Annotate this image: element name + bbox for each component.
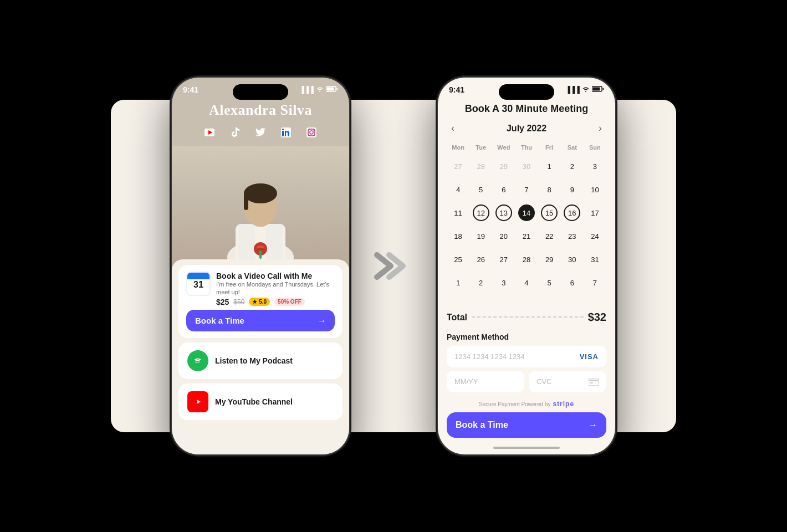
booking-card-main: 31 Book a Video Call with Me I'm free on…: [186, 272, 335, 306]
phone-1-content: 9:41 ▐▐▐ Alexandra Silva: [172, 78, 349, 454]
cal-cell[interactable]: 6: [492, 178, 515, 201]
youtube-social-icon[interactable]: [201, 124, 218, 141]
cal-cell[interactable]: 21: [515, 225, 538, 247]
cal-row-1: 27 28 29 30 1 2 3: [447, 155, 606, 177]
phone-1: 9:41 ▐▐▐ Alexandra Silva: [172, 78, 349, 454]
svg-rect-5: [282, 131, 284, 136]
cal-cell[interactable]: 23: [561, 225, 584, 247]
svg-rect-18: [244, 193, 248, 210]
battery-icon-1: [326, 86, 338, 94]
youtube-card[interactable]: My YouTube Channel: [178, 383, 343, 420]
discount-badge: 50% OFF: [274, 298, 305, 306]
cal-cell[interactable]: 5: [538, 272, 561, 294]
cal-cell[interactable]: 27: [492, 248, 515, 270]
col-thu: Thu: [515, 142, 538, 153]
cal-cell[interactable]: 31: [584, 248, 606, 270]
cal-cell-14-selected[interactable]: 14: [515, 202, 538, 224]
cal-cell-16[interactable]: 16: [561, 202, 584, 224]
cal-cell[interactable]: 9: [561, 178, 584, 201]
cal-cell[interactable]: 29: [538, 248, 561, 270]
svg-rect-20: [259, 250, 262, 259]
social-icons-row: [183, 124, 338, 141]
book-time-arrow-2: →: [589, 420, 597, 430]
cal-cell[interactable]: 26: [469, 248, 492, 270]
svg-point-6: [282, 129, 284, 130]
cal-cell[interactable]: 2: [469, 272, 492, 294]
cal-header-row: Mon Tue Wed Thu Fri Sat Sun: [447, 142, 606, 153]
cal-cell[interactable]: 11: [447, 202, 469, 224]
cal-cell[interactable]: 2: [561, 155, 584, 177]
cal-cell-13[interactable]: 13: [492, 202, 515, 224]
cal-cell[interactable]: 7: [515, 178, 538, 201]
profile-cards: 31 Book a Video Call with Me I'm free on…: [172, 259, 349, 454]
cvc-field[interactable]: CVC: [529, 371, 606, 392]
total-row: Total $32: [438, 305, 615, 328]
svg-rect-14: [266, 224, 283, 263]
cal-cell[interactable]: 20: [492, 225, 515, 247]
cal-cell[interactable]: 5: [469, 178, 492, 201]
cal-cell[interactable]: 27: [447, 155, 469, 177]
next-month-button[interactable]: ›: [594, 121, 606, 135]
cal-cell[interactable]: 24: [584, 225, 606, 247]
cal-cell[interactable]: 10: [584, 178, 606, 201]
card-number-placeholder: 1234 1234 1234 1234: [454, 352, 525, 361]
linkedin-social-icon[interactable]: [278, 124, 294, 141]
cal-cell[interactable]: 30: [561, 248, 584, 270]
gcal-icon: 31: [186, 272, 211, 296]
cal-cell[interactable]: 17: [584, 202, 606, 224]
podcast-card[interactable]: Listen to My Podcast: [178, 342, 343, 379]
cal-cell[interactable]: 18: [447, 225, 469, 247]
calendar-title: Book A 30 Minute Meeting: [447, 103, 606, 115]
twitter-social-icon[interactable]: [252, 124, 269, 141]
cal-cell[interactable]: 6: [561, 272, 584, 294]
youtube-title: My YouTube Channel: [215, 397, 293, 406]
tiktok-social-icon[interactable]: [227, 124, 243, 141]
cal-cell[interactable]: 4: [447, 178, 469, 201]
calendar-month: July 2022: [507, 124, 546, 134]
cal-cell[interactable]: 3: [492, 272, 515, 294]
cal-cell[interactable]: 1: [538, 155, 561, 177]
calendar-grid: Mon Tue Wed Thu Fri Sat Sun 27 28 2: [447, 142, 606, 294]
double-chevron-arrow: [371, 249, 416, 283]
col-fri: Fri: [538, 142, 561, 153]
signal-icon-2: ▐▐▐: [565, 86, 580, 94]
wifi-icon-2: [582, 86, 590, 94]
cal-cell[interactable]: 8: [538, 178, 561, 201]
expiry-field[interactable]: MM/YY: [447, 371, 524, 392]
profile-photo: [172, 146, 349, 268]
home-indicator-2: [493, 447, 560, 449]
book-time-button-1[interactable]: Book a Time →: [186, 310, 335, 331]
prev-month-button[interactable]: ‹: [447, 121, 459, 135]
status-icons-2: ▐▐▐: [565, 86, 604, 94]
svg-point-10: [313, 130, 314, 131]
stripe-row: Secure Payment Powered by stripe: [438, 397, 615, 412]
arrow-container: [371, 249, 416, 283]
card-pricing: $25 $50 ★ 5.0 50% OFF: [216, 298, 335, 306]
cal-cell[interactable]: 25: [447, 248, 469, 270]
cal-cell[interactable]: 1: [447, 272, 469, 294]
svg-rect-25: [593, 88, 600, 91]
cal-cell[interactable]: 28: [469, 155, 492, 177]
cal-cell[interactable]: 7: [584, 272, 606, 294]
cal-cell[interactable]: 28: [515, 248, 538, 270]
cal-cell-15[interactable]: 15: [538, 202, 561, 224]
phone-2-screen: 9:41 ▐▐▐ Book A 30 Minute Meeting: [438, 78, 615, 454]
cal-cell[interactable]: 3: [584, 155, 606, 177]
book-time-button-2[interactable]: Book a Time →: [447, 412, 606, 438]
cal-cell-12[interactable]: 12: [469, 202, 492, 224]
cal-row-2: 4 5 6 7 8 9 10: [447, 178, 606, 201]
total-label: Total: [447, 313, 467, 323]
svg-rect-27: [589, 380, 599, 381]
cal-cell[interactable]: 4: [515, 272, 538, 294]
spotify-icon: [187, 350, 208, 371]
payment-label: Payment Method: [447, 332, 606, 341]
price-original: $50: [233, 298, 244, 306]
cal-cell[interactable]: 29: [492, 155, 515, 177]
card-number-field[interactable]: 1234 1234 1234 1234 VISA: [447, 346, 606, 367]
cal-cell[interactable]: 22: [538, 225, 561, 247]
cal-cell[interactable]: 19: [469, 225, 492, 247]
cal-cell[interactable]: 30: [515, 155, 538, 177]
instagram-social-icon[interactable]: [303, 124, 320, 141]
calendar-month-nav: ‹ July 2022 ›: [447, 121, 606, 135]
card-cvc-icon: [589, 378, 599, 386]
